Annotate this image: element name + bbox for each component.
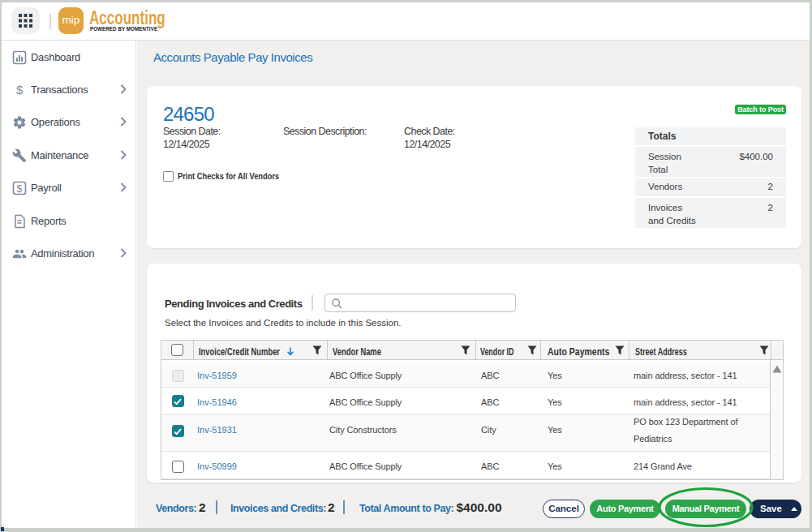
svg-text:$: $ <box>17 183 23 195</box>
svg-text:$: $ <box>16 83 24 97</box>
